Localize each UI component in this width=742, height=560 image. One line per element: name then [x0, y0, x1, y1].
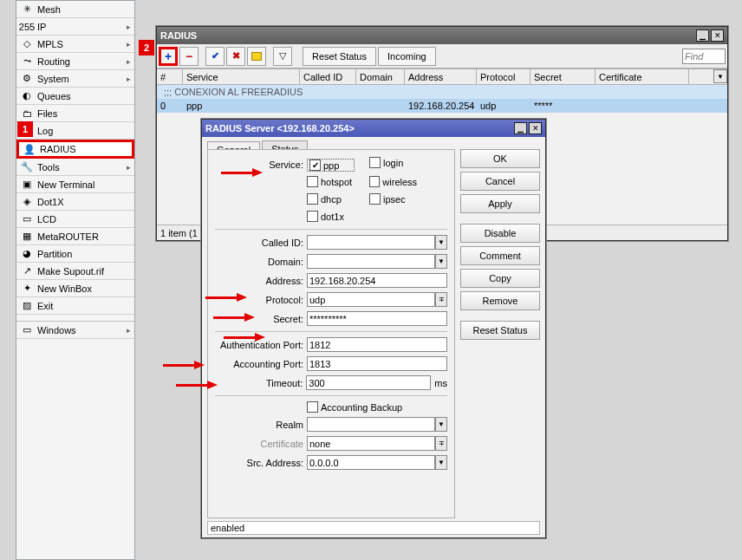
checkbox-login[interactable]	[369, 157, 381, 168]
checkbox-dhcp[interactable]	[307, 193, 318, 205]
server-buttons: OK Cancel Apply Disable Comment Copy Rem…	[460, 149, 540, 340]
sidebar-item-terminal[interactable]: ▣New Terminal	[16, 176, 134, 193]
input-timeout[interactable]	[306, 375, 431, 390]
remove-button[interactable]: Remove	[460, 291, 540, 310]
filter-button[interactable]: ▽	[273, 47, 292, 66]
sidebar-item-ip[interactable]: 255IP▸	[16, 18, 134, 36]
cancel-button[interactable]: Cancel	[460, 172, 540, 191]
sidebar-item-label: Partition	[37, 249, 72, 259]
checkbox-wireless[interactable]	[369, 176, 380, 187]
disable-button[interactable]: Disable	[460, 224, 540, 243]
files-icon: 🗀	[20, 107, 34, 120]
th-num[interactable]: #	[157, 69, 183, 84]
input-called[interactable]	[307, 235, 435, 250]
dropdown-protocol[interactable]: ∓	[435, 292, 447, 307]
disable-button[interactable]: ✖	[226, 47, 245, 66]
sidebar-item-mesh[interactable]: ✳Mesh	[16, 1, 134, 18]
copy-button[interactable]: Copy	[460, 269, 540, 288]
minimize-button[interactable]: ▁	[696, 29, 709, 42]
funnel-icon: ▽	[279, 50, 286, 62]
label-ms: ms	[431, 378, 447, 388]
apply-button[interactable]: Apply	[460, 194, 540, 213]
checkbox-ipsec[interactable]	[369, 193, 381, 205]
input-domain[interactable]	[307, 254, 435, 269]
table-row[interactable]: 0 ppp 192.168.20.254 udp *****	[157, 99, 727, 113]
tools-icon: 🔧	[20, 160, 34, 174]
sidebar-item-label: Mesh	[37, 4, 61, 15]
server-close-button[interactable]: ✕	[529, 122, 542, 134]
sidebar-item-files[interactable]: 🗀Files	[16, 105, 134, 122]
input-protocol[interactable]	[307, 292, 435, 307]
sidebar-item-routing[interactable]: ⤳Routing▸	[16, 53, 134, 70]
sidebar-item-exit[interactable]: ▨Exit	[16, 297, 134, 315]
input-realm[interactable]	[307, 417, 435, 432]
dropdown-certificate[interactable]: ∓	[435, 436, 447, 451]
dropdown-realm[interactable]: ▼	[435, 417, 447, 432]
sidebar-item-log[interactable]: ▤Log	[16, 122, 134, 140]
dropdown-called[interactable]: ▼	[435, 235, 447, 250]
radius-icon: 👤	[23, 142, 36, 156]
mesh-icon: ✳	[20, 3, 34, 16]
incoming-button[interactable]: Incoming	[378, 47, 436, 66]
queues-icon: ◐	[20, 89, 34, 103]
sidebar-item-label: Exit	[37, 301, 53, 311]
reset-status-button[interactable]: Reset Status	[303, 47, 376, 66]
sidebar-item-winbox[interactable]: ✦New WinBox	[16, 280, 134, 297]
sidebar-item-meta[interactable]: ▦MetaROUTER	[16, 228, 134, 245]
label-acct: Accounting Port:	[215, 359, 307, 369]
note-icon	[251, 52, 262, 61]
annotation-badge-2: 2	[139, 40, 154, 55]
input-secret[interactable]	[307, 311, 447, 326]
sidebar-item-windows[interactable]: ▭Windows▸	[16, 322, 134, 339]
partition-icon: ◕	[20, 247, 34, 261]
checkbox-hotspot[interactable]	[307, 176, 318, 187]
system-icon: ⚙	[20, 72, 34, 86]
sidebar-item-radius[interactable]: 👤RADIUS	[16, 140, 134, 159]
comment-button[interactable]: Comment	[460, 246, 540, 265]
sidebar-item-partition[interactable]: ◕Partition	[16, 245, 134, 263]
sidebar-item-supout[interactable]: ↗Make Supout.rif	[16, 263, 134, 280]
checkbox-acct-backup[interactable]	[307, 401, 318, 413]
th-domain[interactable]: Domain	[356, 69, 405, 84]
checkbox-dot1x[interactable]	[307, 211, 318, 222]
sidebar-item-queues[interactable]: ◐Queues	[16, 88, 134, 105]
th-protocol[interactable]: Protocol	[477, 69, 530, 84]
th-called[interactable]: Called ID	[300, 69, 356, 84]
server-minimize-button[interactable]: ▁	[514, 122, 527, 134]
chevron-right-icon: ▸	[127, 57, 131, 66]
label-realm: Realm	[215, 420, 307, 430]
dropdown-domain[interactable]: ▼	[435, 254, 447, 269]
sidebar-item-mpls[interactable]: ◇MPLS▸	[16, 36, 134, 53]
enable-button[interactable]: ✔	[205, 47, 225, 66]
winbox-icon: ✦	[20, 282, 34, 296]
add-button[interactable]: +	[159, 47, 178, 66]
dropdown-src[interactable]: ▼	[435, 455, 447, 470]
sidebar-item-tools[interactable]: 🔧Tools▸	[16, 159, 134, 176]
remove-button[interactable]: −	[179, 47, 199, 66]
input-address[interactable]	[307, 273, 447, 288]
th-service[interactable]: Service	[183, 69, 300, 84]
sidebar: ✳Mesh255IP▸◇MPLS▸⤳Routing▸⚙System▸◐Queue…	[16, 0, 135, 560]
input-src[interactable]	[307, 455, 435, 470]
reset-status-button[interactable]: Reset Status	[460, 321, 540, 340]
th-address[interactable]: Address	[405, 69, 477, 84]
sidebar-item-label: Routing	[37, 56, 70, 67]
close-button[interactable]: ✕	[711, 29, 724, 42]
checkbox-ppp[interactable]: ✔	[309, 160, 321, 171]
th-secret[interactable]: Secret	[530, 69, 596, 84]
column-dropdown[interactable]: ▼	[713, 69, 727, 83]
table-comment-row[interactable]: ;;; CONEXION AL FREERADIUS	[157, 85, 727, 99]
sidebar-item-label: Queues	[37, 91, 71, 101]
ok-button[interactable]: OK	[460, 149, 540, 168]
sidebar-item-label: MPLS	[37, 39, 63, 49]
input-certificate[interactable]	[307, 436, 435, 451]
th-certificate[interactable]: Certificate	[596, 69, 689, 84]
radius-table: # Service Called ID Domain Address Proto…	[157, 68, 727, 113]
sidebar-item-dot1x[interactable]: ◈Dot1X	[16, 193, 134, 211]
input-acct-port[interactable]	[307, 356, 447, 371]
input-auth-port[interactable]	[307, 337, 447, 352]
sidebar-item-system[interactable]: ⚙System▸	[16, 70, 134, 88]
find-input[interactable]	[682, 49, 726, 64]
comment-button[interactable]	[247, 47, 266, 66]
sidebar-item-lcd[interactable]: ▭LCD	[16, 211, 134, 228]
